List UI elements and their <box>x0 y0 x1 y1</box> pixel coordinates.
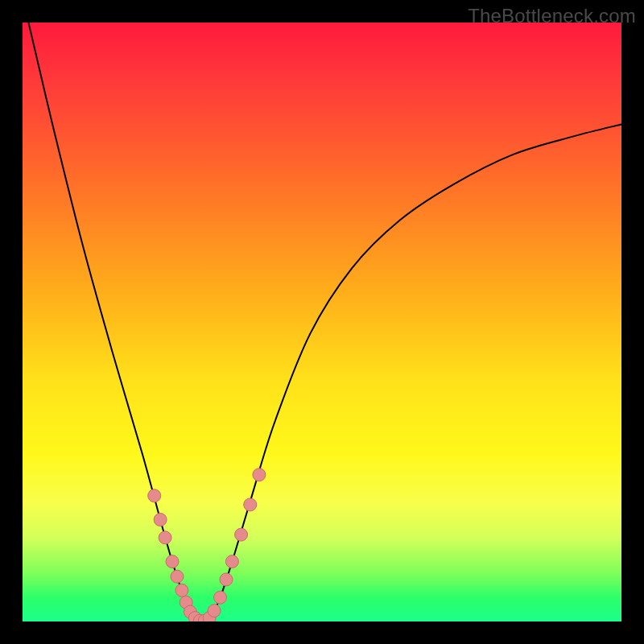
curve-markers <box>148 469 266 621</box>
curve-marker <box>148 489 161 502</box>
curve-marker <box>214 591 227 604</box>
curve-marker <box>166 555 179 568</box>
curve-marker <box>235 528 248 541</box>
curve-marker <box>253 469 266 481</box>
chart-svg <box>23 23 621 621</box>
curve-marker <box>154 514 167 526</box>
bottleneck-curve-path <box>28 23 621 621</box>
curve-marker <box>159 531 171 544</box>
curve-marker <box>175 584 188 597</box>
curve-marker <box>244 498 257 511</box>
curve-marker <box>171 570 184 583</box>
curve-marker <box>208 605 221 617</box>
chart-plot-area <box>23 23 621 621</box>
curve-marker <box>225 555 238 568</box>
watermark-text: TheBottleneck.com <box>468 5 636 27</box>
curve-marker <box>220 573 233 586</box>
